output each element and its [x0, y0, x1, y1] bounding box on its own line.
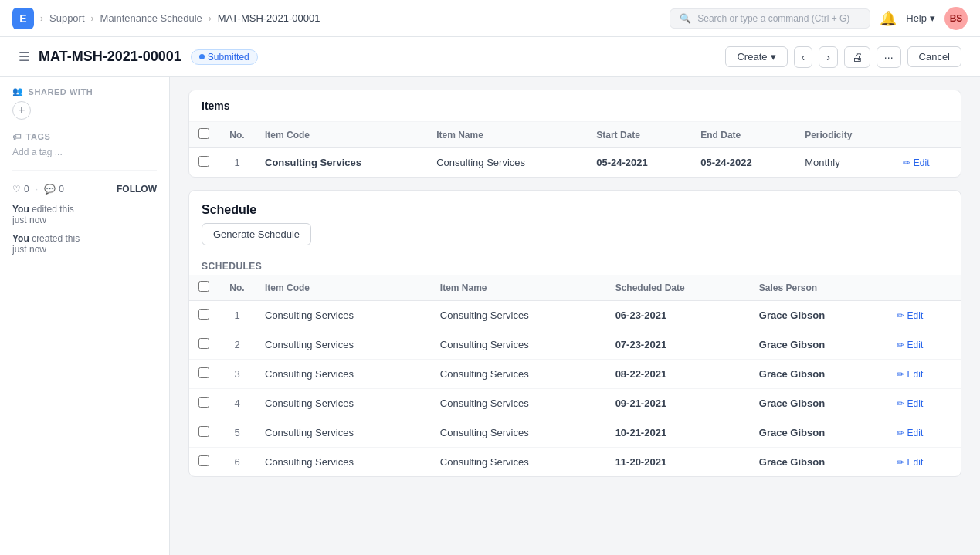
- breadcrumb-sep-1: ›: [40, 13, 43, 24]
- sched-row-item-code: Consulting Services: [256, 418, 431, 448]
- sched-row-date: 08-22-2021: [606, 360, 750, 389]
- search-icon: 🔍: [680, 13, 691, 24]
- comments-count: 💬 0: [44, 184, 64, 195]
- breadcrumb-sep-3: ›: [209, 13, 212, 24]
- sched-row-no: 4: [219, 389, 256, 418]
- heart-icon: ♡: [12, 184, 21, 195]
- next-button[interactable]: ›: [819, 46, 838, 68]
- sched-row-date: 07-23-2021: [606, 330, 750, 360]
- sched-row-item-name: Consulting Services: [431, 389, 606, 418]
- help-button[interactable]: Help ▾: [906, 12, 935, 24]
- generate-schedule-button[interactable]: Generate Schedule: [202, 223, 311, 245]
- row-item-code: Consulting Services: [256, 148, 427, 178]
- schedules-label: Schedules: [189, 255, 961, 275]
- hamburger-menu[interactable]: ☰: [19, 49, 29, 64]
- print-button[interactable]: 🖨: [844, 46, 870, 68]
- sched-row-no: 1: [219, 301, 256, 330]
- edit-schedule-button[interactable]: ✏ Edit: [897, 310, 923, 321]
- sched-row-sales-person: Grace Gibson: [750, 389, 887, 418]
- sched-row-sales-person: Grace Gibson: [750, 418, 887, 448]
- shared-with-title: 👥 Shared With: [12, 86, 157, 96]
- status-dot: [199, 54, 205, 59]
- tag-icon: 🏷: [12, 132, 22, 141]
- notification-button[interactable]: 🔔: [880, 10, 897, 27]
- sidebar: 👥 Shared With + 🏷 Tags Add a tag ... ♡ 0…: [0, 77, 170, 555]
- sched-row-checkbox-cell: [189, 360, 219, 389]
- breadcrumb-sep-2: ›: [91, 13, 94, 24]
- sched-row-edit-cell: ✏ Edit: [887, 360, 961, 389]
- activity-counts: ♡ 0 · 💬 0 FOLLOW: [12, 183, 157, 195]
- items-col-start-date: Start Date: [587, 122, 691, 148]
- edit-schedule-button[interactable]: ✏ Edit: [897, 398, 923, 409]
- add-tag-button[interactable]: Add a tag ...: [12, 147, 63, 157]
- sched-row-edit-cell: ✏ Edit: [887, 389, 961, 418]
- sched-row-checkbox[interactable]: [198, 338, 209, 349]
- sched-col-item-name: Item Name: [431, 275, 606, 301]
- sched-row-date: 09-21-2021: [606, 389, 750, 418]
- items-col-end-date: End Date: [691, 122, 795, 148]
- sched-row-checkbox[interactable]: [198, 309, 209, 320]
- edit-schedule-button[interactable]: ✏ Edit: [897, 428, 923, 438]
- cancel-button[interactable]: Cancel: [907, 46, 961, 67]
- sched-row-checkbox[interactable]: [198, 426, 209, 437]
- sched-col-no: No.: [219, 275, 256, 301]
- select-all-schedules-checkbox[interactable]: [198, 281, 209, 292]
- search-placeholder: Search or type a command (Ctrl + G): [697, 13, 849, 24]
- doc-header-right: Create ▾ ‹ › 🖨 ··· Cancel: [725, 46, 961, 68]
- app-icon: E: [12, 8, 34, 29]
- likes-count: ♡ 0: [12, 184, 29, 195]
- sched-row-no: 2: [219, 330, 256, 360]
- breadcrumb-maintenance-schedule[interactable]: Maintenance Schedule: [100, 12, 202, 24]
- doc-title: MAT-MSH-2021-00001: [39, 49, 181, 65]
- table-row: 5 Consulting Services Consulting Service…: [189, 418, 961, 448]
- top-nav: E › Support › Maintenance Schedule › MAT…: [0, 0, 980, 37]
- breadcrumb-area: E › Support › Maintenance Schedule › MAT…: [12, 8, 320, 29]
- sched-row-item-name: Consulting Services: [431, 330, 606, 360]
- sched-row-no: 5: [219, 418, 256, 448]
- table-row: 1 Consulting Services Consulting Service…: [189, 148, 961, 178]
- sched-header-checkbox: [189, 275, 219, 301]
- sched-row-checkbox[interactable]: [198, 367, 209, 378]
- item-row-checkbox[interactable]: [198, 156, 209, 167]
- shared-with-icon: 👥: [12, 86, 24, 96]
- sched-col-actions: [887, 275, 961, 301]
- status-badge: Submitted: [191, 49, 258, 65]
- edit-schedule-button[interactable]: ✏ Edit: [897, 457, 923, 468]
- table-row: 4 Consulting Services Consulting Service…: [189, 389, 961, 418]
- row-start-date: 05-24-2021: [587, 148, 691, 178]
- schedule-section: Schedule Generate Schedule Schedules No.…: [188, 190, 961, 477]
- activity-entry-2: You created this just now: [12, 233, 157, 255]
- edit-schedule-button[interactable]: ✏ Edit: [897, 340, 923, 350]
- edit-item-button[interactable]: ✏ Edit: [903, 157, 929, 168]
- sched-row-checkbox-cell: [189, 330, 219, 360]
- sched-row-checkbox[interactable]: [198, 455, 209, 466]
- sched-col-item-code: Item Code: [256, 275, 431, 301]
- topnav-right: 🔍 Search or type a command (Ctrl + G) 🔔 …: [670, 7, 968, 30]
- edit-schedule-button[interactable]: ✏ Edit: [897, 369, 923, 380]
- sched-row-checkbox-cell: [189, 448, 219, 477]
- sched-row-checkbox-cell: [189, 389, 219, 418]
- table-row: 1 Consulting Services Consulting Service…: [189, 301, 961, 330]
- sched-row-item-name: Consulting Services: [431, 360, 606, 389]
- more-options-button[interactable]: ···: [877, 46, 901, 68]
- row-no: 1: [219, 148, 256, 178]
- search-bar[interactable]: 🔍 Search or type a command (Ctrl + G): [670, 8, 870, 29]
- create-button[interactable]: Create ▾: [725, 46, 787, 67]
- sched-row-edit-cell: ✏ Edit: [887, 448, 961, 477]
- items-col-item-name: Item Name: [427, 122, 587, 148]
- sched-row-item-code: Consulting Services: [256, 389, 431, 418]
- avatar[interactable]: BS: [944, 7, 968, 30]
- sched-col-sales-person: Sales Person: [750, 275, 887, 301]
- add-shared-user-button[interactable]: +: [12, 101, 31, 120]
- items-table: No. Item Code Item Name Start Date End D…: [189, 122, 961, 177]
- follow-button[interactable]: FOLLOW: [117, 184, 157, 195]
- row-item-name: Consulting Services: [427, 148, 587, 178]
- main-layout: 👥 Shared With + 🏷 Tags Add a tag ... ♡ 0…: [0, 77, 980, 555]
- main-content: Items No. Item Code Item Name Start Date…: [170, 77, 980, 555]
- items-col-item-code: Item Code: [256, 122, 427, 148]
- prev-button[interactable]: ‹: [794, 46, 813, 68]
- select-all-items-checkbox[interactable]: [198, 128, 209, 139]
- breadcrumb-support[interactable]: Support: [49, 12, 85, 24]
- sched-row-checkbox[interactable]: [198, 397, 209, 408]
- items-col-periodicity: Periodicity: [795, 122, 894, 148]
